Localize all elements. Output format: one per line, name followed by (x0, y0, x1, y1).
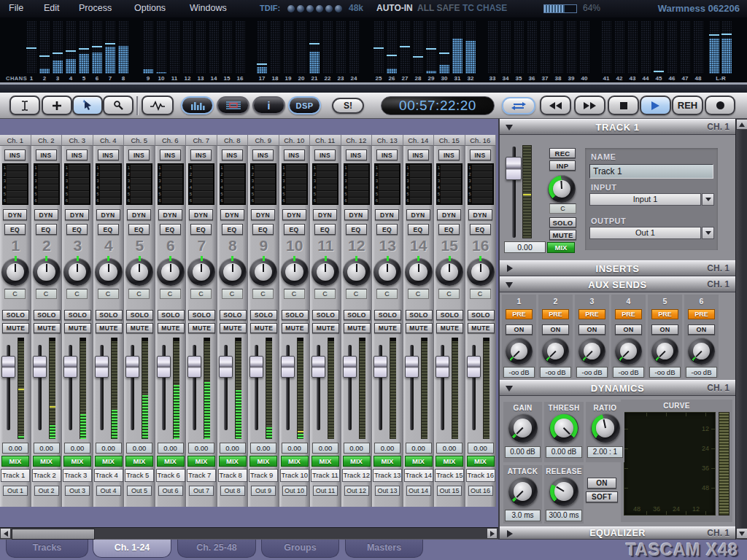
insert-slot[interactable]: 2 (251, 171, 275, 177)
aux-value[interactable]: -oo dB (649, 367, 681, 378)
eq-button[interactable]: EQ (36, 224, 57, 235)
insert-slot[interactable]: 6 (251, 198, 275, 203)
insert-slot[interactable]: 5 (344, 191, 368, 197)
aux-pre-button[interactable]: PRE (651, 309, 678, 319)
pan-knob[interactable] (374, 258, 401, 286)
aux-on-button[interactable]: ON (615, 324, 642, 335)
loop-button[interactable] (502, 97, 535, 114)
insert-slot[interactable]: 3 (189, 178, 213, 184)
mute-button[interactable]: MUTE (344, 323, 371, 333)
insert-slot[interactable]: 3 (3, 178, 27, 184)
insert-slot[interactable]: 6 (96, 198, 120, 203)
insert-slot[interactable]: 5 (65, 191, 89, 197)
inserts-button[interactable]: INS (160, 149, 181, 160)
fader-handle[interactable] (467, 356, 481, 378)
insert-slot[interactable]: 6 (3, 198, 27, 203)
insert-slot[interactable]: 5 (406, 191, 430, 197)
scroll-up-button[interactable] (736, 119, 747, 130)
insert-slot[interactable]: 2 (220, 171, 244, 177)
solo-button[interactable]: SOLO (282, 310, 309, 320)
eq-button[interactable]: EQ (4, 224, 26, 235)
aux-on-button[interactable]: ON (506, 324, 533, 335)
insert-slot[interactable]: 5 (3, 191, 27, 197)
dynamics-button[interactable]: DYN (65, 209, 89, 220)
release-knob[interactable] (549, 477, 578, 506)
output-button[interactable]: Out 16 (468, 486, 493, 496)
fader-handle[interactable] (506, 157, 522, 180)
fader-value[interactable]: 0.00 (126, 443, 152, 454)
insert-slot[interactable]: 4 (65, 184, 89, 190)
mute-button[interactable]: MUTE (64, 323, 91, 333)
solo-button[interactable]: SOLO (436, 310, 463, 320)
insert-slot[interactable]: 4 (34, 184, 58, 190)
pan-knob[interactable] (187, 258, 215, 286)
add-tool-button[interactable] (42, 96, 72, 115)
pan-knob[interactable] (343, 258, 371, 286)
insert-slot[interactable]: 1 (282, 165, 306, 171)
insert-slot[interactable]: 3 (437, 178, 461, 184)
insert-slot[interactable]: 1 (65, 165, 89, 171)
output-button[interactable]: Out 6 (158, 486, 183, 496)
mute-button[interactable]: MUTE (374, 323, 401, 333)
fader-value[interactable]: 0.00 (64, 443, 90, 454)
inserts-button[interactable]: INS (438, 149, 460, 160)
gain-knob[interactable] (508, 413, 538, 443)
track-name[interactable]: Track 16 (466, 469, 495, 482)
mix-button[interactable]: MIX (219, 456, 247, 467)
record-button[interactable] (705, 96, 735, 115)
inserts-button[interactable]: INS (346, 149, 367, 160)
pan-knob[interactable] (1, 258, 29, 286)
fader-value[interactable]: 0.00 (312, 443, 338, 454)
insert-slot[interactable]: 5 (437, 191, 461, 197)
insert-slot[interactable]: 3 (96, 178, 120, 184)
insert-slot[interactable]: 6 (158, 198, 182, 203)
insert-slot[interactable]: 2 (375, 171, 399, 177)
track-name[interactable]: Track 1 (1, 469, 30, 482)
mix-button[interactable]: MIX (343, 456, 371, 467)
insert-slot[interactable]: 5 (220, 191, 244, 197)
solo-button[interactable]: SOLO (468, 310, 495, 320)
dsp-view-button[interactable]: DSP (288, 96, 321, 114)
dynamics-on-button[interactable]: ON (587, 478, 616, 489)
pan-value[interactable]: C (190, 289, 212, 299)
mute-button[interactable]: MUTE (436, 323, 463, 333)
insert-slot[interactable]: 3 (468, 178, 492, 184)
ibeam-tool-button[interactable] (9, 96, 40, 115)
fader-handle[interactable] (125, 356, 139, 378)
fader-handle[interactable] (95, 356, 109, 378)
solo-button[interactable]: SOLO (64, 310, 91, 320)
vertical-scrollbar[interactable] (735, 119, 747, 540)
insert-slot[interactable]: 2 (468, 171, 492, 177)
track-name-input[interactable]: Track 1 (589, 164, 713, 179)
output-button[interactable]: Out 5 (127, 486, 152, 496)
inserts-button[interactable]: INS (36, 149, 57, 160)
output-button[interactable]: Out 8 (220, 486, 245, 496)
fader-value[interactable]: 0.00 (374, 443, 400, 454)
dynamics-button[interactable]: DYN (158, 209, 182, 220)
inserts-button[interactable]: INS (470, 149, 491, 160)
pan-value[interactable]: C (470, 289, 491, 299)
insert-slot[interactable]: 1 (220, 165, 244, 171)
track-name[interactable]: Track 4 (94, 469, 123, 482)
output-select-arrow[interactable] (702, 227, 714, 239)
eq-button[interactable]: EQ (408, 224, 429, 235)
insert-slot[interactable]: 5 (251, 191, 275, 197)
pan-value[interactable]: C (66, 289, 88, 299)
output-button[interactable]: Out 1 (3, 486, 28, 496)
mix-button[interactable]: MIX (547, 242, 575, 253)
insert-slot[interactable]: 1 (344, 165, 368, 171)
mix-button[interactable]: MIX (63, 456, 91, 467)
mix-button[interactable]: MIX (125, 456, 153, 467)
insert-slot[interactable]: 5 (34, 191, 58, 197)
fader-value[interactable]: 0.00 (188, 443, 214, 454)
aux-pre-button[interactable]: PRE (506, 309, 533, 319)
insert-slot[interactable]: 6 (189, 198, 213, 203)
insert-slot[interactable]: 1 (313, 165, 337, 171)
insert-slot[interactable]: 4 (468, 184, 492, 190)
fast-forward-button[interactable] (574, 96, 605, 115)
insert-slot[interactable]: 5 (313, 191, 337, 197)
stop-button[interactable] (608, 96, 639, 115)
insert-slot[interactable]: 2 (282, 171, 306, 177)
track-name[interactable]: Track 7 (187, 469, 216, 482)
track-name[interactable]: Track 6 (156, 469, 185, 482)
